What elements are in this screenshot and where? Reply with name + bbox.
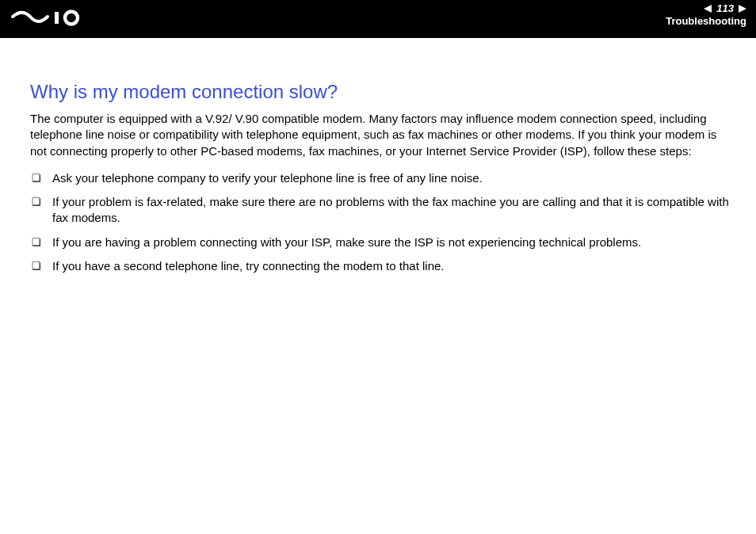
steps-list: Ask your telephone company to verify you…	[30, 170, 729, 274]
header-bar: 113 Troubleshooting	[0, 0, 756, 38]
svg-rect-0	[55, 12, 59, 24]
page-content: Why is my modem connection slow? The com…	[0, 38, 756, 274]
vaio-logo	[11, 5, 106, 33]
prev-page-icon[interactable]	[704, 5, 712, 13]
page-nav: 113	[666, 3, 746, 13]
intro-paragraph: The computer is equipped with a V.92/ V.…	[30, 111, 729, 159]
svg-point-1	[65, 12, 78, 25]
list-item: If your problem is fax-related, make sur…	[32, 194, 729, 227]
page-title: Why is my modem connection slow?	[30, 81, 729, 103]
header-nav: 113 Troubleshooting	[666, 3, 746, 27]
next-page-icon[interactable]	[739, 5, 746, 13]
section-label: Troubleshooting	[666, 15, 746, 27]
page-number: 113	[716, 3, 734, 13]
list-item: If you have a second telephone line, try…	[32, 258, 729, 274]
list-item: If you are having a problem connecting w…	[32, 235, 729, 250]
list-item: Ask your telephone company to verify you…	[32, 170, 729, 186]
